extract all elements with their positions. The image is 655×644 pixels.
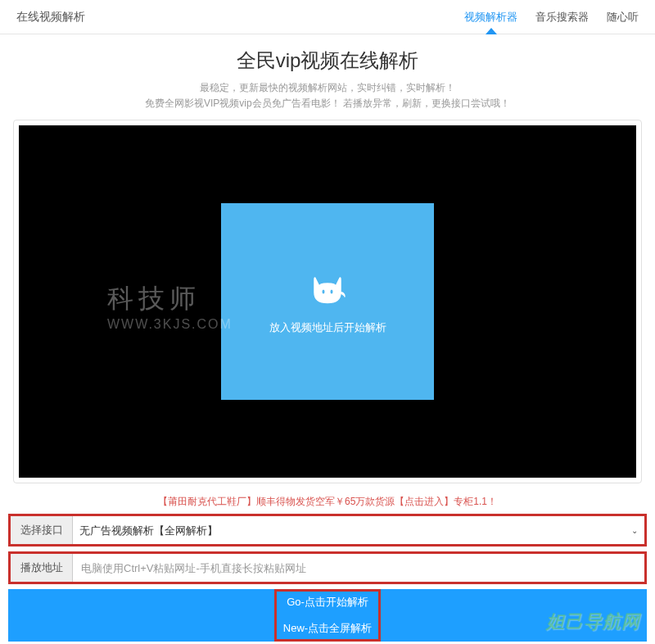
subtitle-line-1: 最稳定，更新最快的视频解析网站，实时纠错，实时解析！ [0,80,655,96]
svg-point-0 [323,290,325,294]
subtitle: 最稳定，更新最快的视频解析网站，实时纠错，实时解析！ 免费全网影视VIP视频vi… [0,80,655,120]
watermark-text: 科技师 [107,281,201,317]
new-line: New-点击全屏解析 [8,615,647,642]
address-input[interactable] [73,554,644,582]
go-line: Go-点击开始解析 [8,589,647,615]
site-title: 在线视频解析 [16,10,85,25]
form-area: 选择接口 无广告视频解析【全网解析】 ⌄ 播放地址 [0,514,655,584]
svg-point-1 [331,290,333,294]
nav-link-music[interactable]: 音乐搜索器 [535,10,589,25]
nav-link-listen[interactable]: 随心听 [607,10,639,25]
interface-row: 选择接口 无广告视频解析【全网解析】 ⌄ [8,514,647,546]
top-nav: 在线视频解析 视频解析器 音乐搜索器 随心听 [0,0,655,34]
button-row: Go-点击开始解析 New-点击全屏解析 [0,589,655,642]
promo-link[interactable]: 【莆田耐克代工鞋厂】顺丰得物发货空军￥65万款货源【点击进入】专柜1.1！ [0,483,655,514]
page-title: 全民vip视频在线解析 [0,34,655,80]
subtitle-line-2: 免费全网影视VIP视频vip会员免广告看电影！ 若播放异常，刷新，更换接口尝试哦… [0,96,655,111]
cat-icon [306,268,349,309]
interface-label: 选择接口 [11,516,73,544]
placeholder-text: 放入视频地址后开始解析 [269,320,386,335]
interface-select[interactable]: 无广告视频解析【全网解析】 [73,516,644,544]
nav-link-parser[interactable]: 视频解析器 [464,10,517,25]
video-container: 科技师 WWW.3KJS.COM 放入视频地址后开始解析 [13,120,642,483]
watermark-url: WWW.3KJS.COM [107,317,233,332]
address-row: 播放地址 [8,551,647,584]
nav-links: 视频解析器 音乐搜索器 随心听 [464,10,639,25]
parse-button[interactable]: Go-点击开始解析 New-点击全屏解析 [8,589,647,642]
address-label: 播放地址 [11,554,73,582]
video-player[interactable]: 科技师 WWW.3KJS.COM 放入视频地址后开始解析 [19,125,636,478]
video-placeholder: 放入视频地址后开始解析 [221,203,434,400]
